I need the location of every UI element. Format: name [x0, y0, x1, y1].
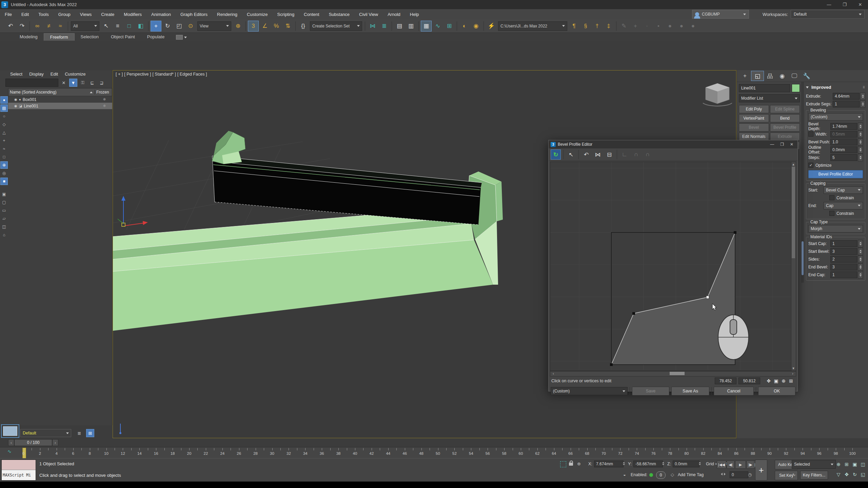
selection-filter-dropdown[interactable]: All — [71, 21, 99, 31]
isolate-selection-icon[interactable] — [560, 461, 566, 467]
steps-spinner[interactable] — [858, 154, 863, 161]
pick-parent-icon[interactable]: ⊑ — [88, 79, 96, 87]
open-mini-curve-editor-icon[interactable]: ∿ — [7, 449, 12, 454]
menu-item[interactable]: Civil View — [354, 9, 383, 19]
render-setup-icon[interactable]: ◉ — [471, 21, 481, 32]
bevel-depth-spinner[interactable] — [858, 123, 863, 130]
frozen-cell[interactable]: ❄ — [97, 104, 112, 108]
menu-item[interactable]: Help — [405, 9, 424, 19]
orbit-icon[interactable]: ↻ — [851, 471, 859, 478]
column-header-name[interactable]: Name (Sorted Ascending) — [8, 90, 95, 95]
zoom-profile-icon[interactable]: ⊕ — [780, 377, 787, 385]
explorer-tool-3-icon[interactable]: ▭ — [0, 207, 8, 214]
ribbon-tab[interactable]: Selection — [75, 33, 105, 41]
delete-vertex-icon[interactable]: ↖ — [566, 149, 576, 160]
schematic-layer-icon[interactable]: ⊞ — [86, 429, 94, 437]
set-keys-button[interactable]: + — [755, 460, 767, 481]
utilities-tab[interactable]: 🔧 — [801, 71, 813, 81]
sides-spinner[interactable] — [858, 256, 863, 263]
pick-children-icon[interactable]: ⊒ — [98, 79, 106, 87]
vertical-scrollbar[interactable]: ▲ ▼ — [791, 162, 796, 371]
ok-button[interactable]: OK — [758, 387, 795, 395]
maximize-viewport-icon[interactable]: ◱ — [859, 471, 867, 478]
use-pivot-point-center-icon[interactable]: ⊕ — [233, 21, 243, 32]
rectangular-selection-region-icon[interactable]: □ — [124, 21, 135, 32]
scroll-up-icon[interactable]: ▲ — [791, 162, 795, 166]
y-coordinate-field[interactable]: -58.667mm — [633, 461, 663, 467]
maxscript-macro-row[interactable] — [2, 460, 36, 470]
profile-vertex[interactable] — [610, 363, 613, 366]
explorer-menu-item[interactable]: Customize — [65, 72, 85, 77]
scrollbar-thumb[interactable] — [670, 372, 685, 375]
modifier-button[interactable]: Extrude — [770, 133, 800, 141]
schematic-view-icon[interactable]: ⊞ — [444, 21, 455, 32]
modifier-button[interactable]: Edit Normals — [739, 133, 769, 141]
end-cap-dropdown[interactable]: Cap — [824, 202, 863, 209]
select-and-move-icon[interactable]: + — [151, 21, 161, 32]
dialog-title-bar[interactable]: 3 Bevel Profile Editor —❐✕ — [549, 140, 797, 148]
maxscript-input-row[interactable]: MAXScript Mi — [2, 470, 36, 480]
spinner-snap-toggle-icon[interactable]: ⇅ — [282, 21, 293, 32]
end-cap-spinner[interactable] — [858, 271, 863, 279]
cap-type-dropdown[interactable]: Morph — [808, 225, 863, 232]
display-materials-filter-icon[interactable]: ◎ — [0, 169, 8, 177]
explorer-menu-item[interactable]: Display — [29, 72, 44, 77]
clear-search-icon[interactable]: ✕ — [60, 79, 68, 87]
explorer-tool-4-icon[interactable]: ▱ — [0, 215, 8, 222]
mirror-icon[interactable]: ⋈ — [367, 21, 378, 32]
play-button[interactable]: ▶ — [735, 461, 746, 469]
scroll-right-icon[interactable]: › — [790, 371, 795, 375]
select-object-icon[interactable]: ↖ — [101, 21, 112, 32]
render-production-icon[interactable]: ⚡ — [486, 21, 497, 32]
modifier-button[interactable]: Bevel — [739, 123, 769, 131]
bevel-profile-editor-button[interactable]: Bevel Profile Editor — [808, 170, 863, 178]
motion-tab[interactable]: ◉ — [776, 71, 788, 81]
undo-icon[interactable]: ↶ — [5, 21, 16, 32]
x-coordinate-field[interactable]: 7.674mm — [594, 461, 624, 467]
outline-offset-field[interactable]: 0.0mm — [830, 146, 857, 153]
modifier-button[interactable]: VertexPaint — [739, 114, 769, 122]
insert-vertex-icon[interactable]: ⊟ — [604, 149, 614, 160]
scroll-down-icon[interactable]: ▼ — [791, 366, 795, 370]
percent-snap-toggle-icon[interactable]: % — [271, 21, 282, 32]
unlink-selection-icon[interactable]: ≠ — [43, 21, 54, 32]
modifier-button[interactable]: Bevel Profile — [770, 123, 800, 131]
dialog-close-button[interactable]: ✕ — [790, 142, 793, 147]
layer-manager-icon[interactable]: ≣ — [75, 429, 83, 437]
profile-vertex[interactable] — [632, 312, 635, 315]
extrude-spinner[interactable] — [860, 93, 865, 100]
modifier-button[interactable]: Edit Poly — [739, 105, 769, 113]
undo-profile-icon[interactable]: ↶ — [581, 149, 591, 160]
current-frame-field[interactable]: 0 — [730, 471, 748, 478]
snaps-toggle-icon[interactable]: 3 — [248, 21, 259, 32]
table-row[interactable]: ◉ ◪ Line001 ❄ — [8, 103, 112, 109]
bevel-depth-field[interactable]: 1.74mm — [830, 123, 857, 130]
move-gizmo[interactable] — [118, 196, 148, 226]
object-name-field[interactable]: Line001 — [739, 84, 790, 92]
end-bevel-spinner[interactable] — [858, 263, 863, 271]
column-header-frozen[interactable]: Frozen — [95, 90, 112, 95]
modify-tab[interactable]: ◱ — [751, 71, 764, 81]
width-checkbox[interactable] — [808, 131, 813, 137]
select-and-rotate-icon[interactable]: ↻ — [162, 21, 173, 32]
scene-script-run-icon[interactable]: ¶ — [569, 21, 579, 32]
hierarchy-tab[interactable]: 品 — [764, 71, 776, 81]
profile-vertex[interactable] — [734, 231, 736, 234]
display-shapes-filter-icon[interactable]: ○ — [0, 113, 8, 120]
display-helpers-filter-icon[interactable]: + — [0, 137, 8, 144]
menu-item[interactable]: Animation — [146, 9, 176, 19]
pan-view-icon[interactable]: ✥ — [843, 471, 850, 478]
x-spinner[interactable] — [622, 460, 626, 467]
scrollbar-thumb[interactable] — [802, 241, 804, 275]
viewport-label-segment[interactable]: [ Edged Faces ] — [177, 72, 207, 77]
start-bevel-field[interactable]: 3 — [830, 248, 857, 255]
go-to-start-button[interactable]: |◀◀ — [717, 461, 726, 469]
field-of-view-icon[interactable]: ▽ — [835, 471, 842, 478]
end-bevel-field[interactable]: 3 — [830, 264, 857, 270]
create-tab[interactable]: + — [739, 71, 751, 81]
viewport-layout-tab[interactable] — [1, 424, 19, 438]
optimize-checkbox[interactable]: ✓ — [808, 163, 813, 168]
z-coordinate-field[interactable]: 0.0mm — [673, 461, 699, 467]
toggle-scene-explorer-icon[interactable]: ▤ — [394, 21, 405, 32]
adaptive-degradation-icon[interactable]: ◒ — [623, 472, 626, 477]
